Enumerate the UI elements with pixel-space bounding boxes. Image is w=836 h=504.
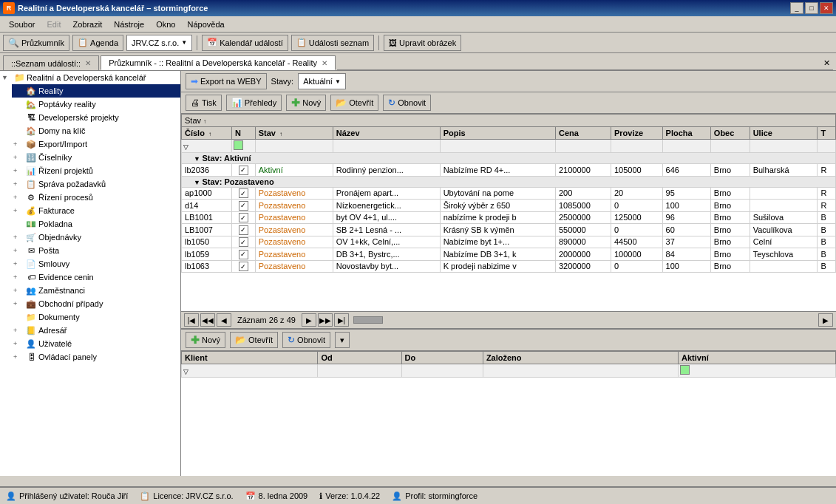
overview-button[interactable]: 📊 Přehledy [226,95,282,111]
sidebar-item-objednavky[interactable]: + 🛒 Objednávky [12,231,180,244]
sidebar-item-rizeni-proj[interactable]: + 📊 Řízení projektů [12,164,180,177]
row-checkbox[interactable] [239,166,248,175]
sidebar-item-objednavky-toggle[interactable]: + [13,234,25,241]
sidebar-item-evidence-toggle[interactable]: + [13,273,25,281]
sidebar-item-poptavky[interactable]: 🏡 Poptávky reality [12,98,180,111]
bottom-table-container[interactable]: Klient Od Do Založeno Aktivní ▽ [181,351,836,476]
sidebar-item-obchodni[interactable]: + 💼 Obchodní případy [12,297,180,310]
th-provize[interactable]: Provize [611,127,662,140]
tab-seznam[interactable]: ::Seznam událostí:: ✕ [3,55,99,70]
row-checkbox[interactable] [239,188,248,198]
company-dropdown[interactable]: JRV.CZ s.r.o. ▼ [126,35,192,51]
nav-prev-button[interactable]: ◀ [217,313,231,327]
sidebar-item-zamestnanci-toggle[interactable]: + [13,287,25,294]
export-weby-button[interactable]: ➡ Export na WEBY [186,73,267,89]
table-row[interactable]: ap1000PozastavenoPronájem apart...Ubytov… [182,187,836,200]
sidebar-item-rizeni-proc-toggle[interactable]: + [13,194,25,201]
stavy-dropdown[interactable]: Aktuální ▼ [298,73,346,89]
sidebar-item-smlouvy-toggle[interactable]: + [13,260,25,268]
menu-napoveda[interactable]: Nápověda [181,18,230,30]
sidebar-item-export[interactable]: + 📦 Export/Import [12,137,180,151]
sidebar-item-reality[interactable]: 🏠 Reality [12,84,180,98]
sidebar-item-ciselniky-toggle[interactable]: + [13,154,25,161]
sidebar-item-sprava[interactable]: + 📋 Správa požadavků [12,177,180,191]
nav-prev-prev-button[interactable]: ◀◀ [200,313,215,327]
sidebar-item-posta[interactable]: + ✉ Pošta [12,244,180,257]
minimize-button[interactable]: _ [790,2,803,14]
row-checkbox[interactable] [239,225,248,235]
sidebar-item-adresar-toggle[interactable]: + [13,327,25,334]
sidebar-item-sprava-toggle[interactable]: + [13,180,25,188]
sidebar-item-domy[interactable]: 🏠 Domy na klíč [12,124,180,137]
menu-soubor[interactable]: Soubor [3,18,41,30]
row-checkbox[interactable] [239,237,248,247]
sidebar-item-uzivatele[interactable]: + 👤 Uživatelé [12,337,180,350]
nav-last-button[interactable]: ▶| [334,313,349,327]
table-row[interactable]: LB1001Pozastavenobyt OV 4+1, ul....nabíz… [182,211,836,224]
th-obec[interactable]: Obec [710,127,750,140]
table-row[interactable]: d14PozastavenoNízkoenergetick...Široký v… [182,200,836,212]
menu-zobrazit[interactable]: Zobrazit [67,18,108,30]
th-klient[interactable]: Klient [182,352,318,364]
new-button[interactable]: ✚ Nový [286,95,326,111]
sidebar-item-smlouvy[interactable]: + 📄 Smlouvy [12,257,180,270]
bottom-open-button[interactable]: 📂 Otevřít [230,332,278,348]
sidebar-item-zamestnanci[interactable]: + 👥 Zaměstnanci [12,284,180,297]
edit-image-button[interactable]: 🖼 Upravit obrázek [384,35,461,51]
close-button[interactable]: ✕ [820,2,833,14]
th-ulice[interactable]: Ulice [750,127,818,140]
th-stav[interactable]: Stav ↑ [255,127,333,140]
pruzkumnik-button[interactable]: 🔍 Průzkumník [3,35,69,51]
menu-okno[interactable]: Okno [150,18,181,30]
sidebar-item-evidence[interactable]: + 🏷 Evidence cenin [12,270,180,284]
nav-scroll-right[interactable]: ▶ [818,313,833,327]
th-popis[interactable]: Popis [440,127,555,140]
sidebar-item-fakturace[interactable]: + 💰 Fakturace [12,204,180,217]
table-row[interactable]: lb2036AktivníRodinný penzion...Nabízíme … [182,164,836,177]
tab-close-all[interactable]: ✕ [820,57,833,70]
row-checkbox[interactable] [239,201,248,211]
th-cislo[interactable]: Číslo ↑ [182,127,232,140]
refresh-button[interactable]: ↻ Obnovit [383,95,431,111]
th-plocha[interactable]: Plocha [662,127,710,140]
sidebar-item-uzivatele-toggle[interactable]: + [13,340,25,347]
sidebar-item-posta-toggle[interactable]: + [13,247,25,254]
th-do[interactable]: Do [401,352,483,364]
th-zalozeno[interactable]: Založeno [483,352,678,364]
tree-root-toggle[interactable]: ▼ [1,74,13,81]
sidebar-item-fakturace-toggle[interactable]: + [13,207,25,214]
events-button[interactable]: 📋 Události seznam [291,35,374,51]
sidebar-item-dokumenty[interactable]: 📁 Dokumenty [12,310,180,324]
maximize-button[interactable]: □ [805,2,818,14]
row-checkbox[interactable] [239,250,248,259]
tab-seznam-close[interactable]: ✕ [85,59,91,67]
menu-edit[interactable]: Edit [41,18,67,30]
th-cena[interactable]: Cena [555,127,611,140]
th-t[interactable]: T [818,127,836,140]
menu-nastroje[interactable]: Nástroje [108,18,150,30]
sidebar-item-ciselniky[interactable]: + 🔢 Číselníky [12,151,180,164]
sidebar-item-ovladaci[interactable]: + 🎛 Ovládací panely [12,350,180,364]
tab-reality[interactable]: Průzkumník - :: Realitní a Developerská … [101,55,336,70]
print-button[interactable]: 🖨 Tisk [186,95,222,111]
sidebar-item-dev[interactable]: 🏗 Developerské projekty [12,111,180,124]
agenda-button[interactable]: 📋 Agenda [72,35,123,51]
sidebar-item-rizeni-proj-toggle[interactable]: + [13,167,25,174]
calendar-button[interactable]: 📅 Kalendář událostí [202,35,288,51]
sidebar-item-rizeni-proc[interactable]: + ⚙ Řízení procesů [12,191,180,204]
th-nazev[interactable]: Název [333,127,440,140]
th-n[interactable]: N [231,127,255,140]
th-od[interactable]: Od [318,352,401,364]
row-checkbox[interactable] [239,213,248,222]
sidebar-item-adresar[interactable]: + 📒 Adresář [12,324,180,337]
row-checkbox[interactable] [239,262,248,271]
sidebar-item-obchodni-toggle[interactable]: + [13,300,25,307]
bottom-new-button[interactable]: ✚ Nový [186,332,225,348]
sidebar-item-ovladaci-toggle[interactable]: + [13,353,25,361]
tab-reality-close[interactable]: ✕ [322,59,327,67]
scrollbar-track[interactable] [353,316,817,324]
nav-first-button[interactable]: |◀ [184,313,199,327]
bottom-more-button[interactable]: ▾ [335,332,350,348]
th-stav-group[interactable]: Stav ↑ [182,115,836,127]
tree-root[interactable]: ▼ 📁 Realitní a Developerská kancelář [0,71,180,84]
